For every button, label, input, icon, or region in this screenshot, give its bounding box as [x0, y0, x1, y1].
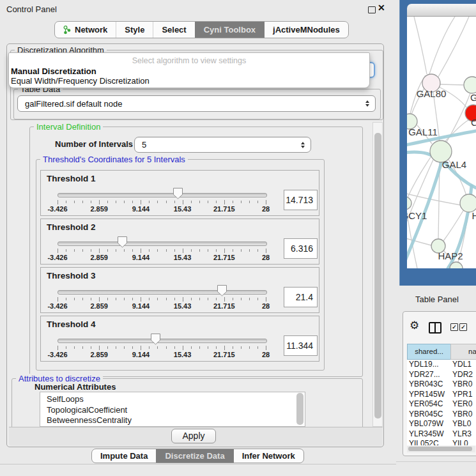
- table-row[interactable]: YLR345WYLR3: [407, 429, 476, 440]
- tick-mark: [99, 297, 100, 302]
- checkbox-icon[interactable]: [450, 323, 458, 331]
- number-of-intervals-label: Number of Intervals: [55, 139, 133, 149]
- network-canvas[interactable]: GAL80GCGAL11GAL4GCY1HHAP2: [407, 17, 476, 268]
- table-cell-shared-name: YDL19...: [409, 360, 439, 370]
- table-cell-name: YBL0: [452, 419, 471, 429]
- number-of-intervals-spinner[interactable]: 5: [134, 137, 311, 153]
- network-node-label: HAP2: [438, 250, 463, 261]
- tab-impute-data[interactable]: Impute Data: [92, 449, 156, 463]
- split-columns-icon[interactable]: [429, 322, 441, 334]
- tick-mark: [157, 249, 158, 252]
- tick-mark: [266, 200, 266, 204]
- tick-mark: [208, 346, 208, 349]
- tick-mark: [257, 249, 258, 252]
- table-row[interactable]: YBR045CYBR0: [407, 410, 476, 420]
- tab-discretize-data[interactable]: Discretize Data: [156, 449, 233, 463]
- checkbox-icon[interactable]: [459, 323, 467, 331]
- slider-thumb[interactable]: [118, 236, 127, 248]
- numerical-attributes-list[interactable]: SelfLoopsTopologicalCoefficientBetweenne…: [40, 392, 305, 427]
- panel-scrollbar-thumb[interactable]: [374, 133, 381, 418]
- table-row[interactable]: YPR145WYPR1: [407, 390, 476, 400]
- list-scrollbar[interactable]: [296, 393, 303, 425]
- tick-mark: [141, 346, 141, 350]
- slider-track[interactable]: [58, 339, 267, 343]
- threshold-label: Threshold 1: [47, 174, 96, 183]
- table-hscrollbar-thumb[interactable]: [408, 447, 472, 451]
- window-title: Control Panel: [6, 4, 57, 14]
- tick-mark: [74, 346, 75, 349]
- slider-thumb[interactable]: [173, 188, 183, 199]
- table-data-select[interactable]: galFiltered.sif default node: [17, 95, 376, 112]
- tick-mark: [157, 298, 158, 300]
- list-item[interactable]: SelfLoops: [40, 394, 305, 405]
- network-edge[interactable]: [440, 84, 464, 85]
- dropdown-item-equal-width-frequency[interactable]: Equal Width/Frequency Discretization: [11, 76, 150, 86]
- slider-thumb[interactable]: [151, 334, 160, 345]
- apply-button[interactable]: Apply: [171, 429, 216, 443]
- tick-mark: [132, 201, 133, 203]
- network-node[interactable]: [407, 197, 411, 210]
- table-row[interactable]: YDL19...YDL1: [407, 360, 476, 370]
- tick-label: 28: [247, 254, 285, 261]
- tick-mark: [99, 346, 100, 350]
- table-row[interactable]: YDR27...YDR2: [407, 370, 476, 380]
- table-row[interactable]: YER054CYER0: [407, 399, 476, 410]
- slider-track[interactable]: [58, 193, 267, 197]
- slider-track[interactable]: [58, 290, 267, 295]
- tick-mark: [141, 297, 141, 302]
- tick-mark: [224, 297, 225, 302]
- tick-label: 2.859: [80, 351, 118, 358]
- close-icon[interactable]: ✕: [378, 3, 385, 13]
- tick-mark: [157, 201, 158, 203]
- tab-network[interactable]: Network: [55, 22, 116, 38]
- tick-mark: [233, 201, 233, 203]
- network-edge[interactable]: [414, 17, 427, 74]
- table-cell-shared-name: YBR043C: [409, 380, 443, 390]
- table-row[interactable]: YIL052CYIL0: [407, 439, 476, 445]
- network-edge[interactable]: [407, 192, 461, 205]
- tick-mark: [249, 201, 250, 203]
- tick-mark: [107, 201, 108, 203]
- tick-mark: [166, 201, 167, 203]
- tab-cyni-toolbox[interactable]: Cyni Toolbox: [195, 22, 264, 38]
- tick-label: -3.426: [38, 302, 77, 310]
- network-window-titlebar[interactable]: [407, 4, 476, 17]
- tab-infer-network[interactable]: Infer Network: [233, 449, 303, 463]
- settings-gear-icon[interactable]: [410, 320, 419, 331]
- tab-select[interactable]: Select: [153, 22, 194, 38]
- tick-mark: [66, 346, 66, 349]
- network-node[interactable]: [464, 77, 476, 93]
- tab-style[interactable]: Style: [116, 22, 153, 38]
- network-node[interactable]: [460, 194, 476, 212]
- tick-label: 15.43: [164, 351, 202, 358]
- tick-mark: [58, 297, 58, 302]
- threshold-row: Threshold 3-3.4262.8599.14415.4321.71528…: [40, 267, 319, 313]
- slider-thumb[interactable]: [217, 285, 227, 296]
- tick-mark: [58, 200, 58, 204]
- column-header-name[interactable]: na: [450, 344, 476, 360]
- tick-mark: [124, 201, 125, 203]
- tick-mark: [58, 249, 58, 253]
- list-item[interactable]: TopologicalCoefficient: [40, 405, 305, 416]
- list-item[interactable]: BetweennessCentrality: [40, 415, 305, 426]
- float-window-icon[interactable]: [368, 6, 376, 13]
- threshold-value-field[interactable]: 21.4: [284, 287, 318, 307]
- algorithm-dropdown-popup: Select algorithm to view settings Manual…: [8, 52, 370, 88]
- tick-label: 9.144: [121, 254, 160, 261]
- network-edge[interactable]: [429, 17, 455, 74]
- dropdown-item-manual-discretization[interactable]: Manual Discretization: [11, 66, 96, 76]
- threshold-value-field[interactable]: 6.316: [284, 238, 318, 259]
- threshold-value-field[interactable]: 11.344: [284, 335, 318, 356]
- tick-mark: [208, 201, 208, 203]
- table-row[interactable]: YBR043CYBR0: [407, 380, 476, 390]
- tick-mark: [249, 249, 250, 252]
- tick-mark: [91, 201, 91, 203]
- slider-track[interactable]: [58, 242, 267, 246]
- tab-jactivemnodules[interactable]: jActiveMNodules: [264, 22, 348, 38]
- network-edge[interactable]: [438, 17, 469, 78]
- column-header-shared-name[interactable]: shared...: [407, 344, 451, 360]
- table-row[interactable]: YBL079WYBL0: [407, 419, 476, 429]
- tick-mark: [241, 201, 242, 203]
- tick-mark: [149, 201, 150, 203]
- threshold-value-field[interactable]: 14.713: [284, 190, 318, 210]
